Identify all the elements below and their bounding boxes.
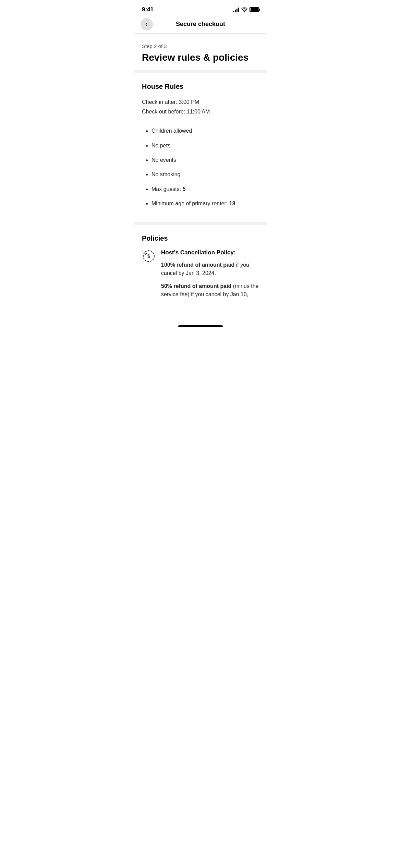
back-button[interactable]: ‹ [141,18,153,31]
partial-refund-label: 50% refund of amount paid [161,283,231,289]
signal-icon [233,7,239,12]
max-guests-value: 5 [183,186,186,192]
full-refund-detail: 100% refund of amount paid if you cancel… [161,261,259,277]
house-rules-section: House Rules Check in after: 3:00 PM Chec… [134,73,267,225]
list-item: No pets [151,138,259,153]
house-rules-heading: House Rules [142,83,259,91]
partial-refund-detail: 50% refund of amount paid (minus the ser… [161,282,259,300]
checkin-time: Check in after: 3:00 PM [142,97,259,107]
status-bar: 9:41 [134,0,267,17]
refund-icon: $ [142,250,155,263]
cancellation-icon: $ [142,249,156,263]
svg-text:$: $ [147,253,150,259]
status-time: 9:41 [142,6,154,13]
full-refund-label: 100% refund of amount paid [161,262,234,268]
list-item: Max guests: 5 [151,182,259,196]
home-bar [178,325,223,327]
list-item: Minimum age of primary renter: 18 [151,196,259,211]
step-section: Step 2 of 3 Review rules & policies [134,34,267,73]
checkout-time: Check out before: 11:00 AM [142,107,259,117]
cancellation-policy-content: Host's Cancellation Policy: 100% refund … [161,249,259,305]
rules-list: Children allowed No pets No events No sm… [142,124,259,211]
step-title: Review rules & policies [142,52,259,63]
home-indicator [134,323,267,331]
checkin-checkout-info: Check in after: 3:00 PM Check out before… [142,97,259,117]
wifi-icon [241,7,247,12]
page-title: Secure checkout [176,21,225,28]
nav-header: ‹ Secure checkout [134,17,267,34]
step-label: Step 2 of 3 [142,43,259,49]
min-age-value: 18 [229,201,235,206]
battery-icon [250,7,259,12]
cancellation-policy-title: Host's Cancellation Policy: [161,249,259,256]
list-item: Children allowed [151,124,259,138]
status-icons [233,7,259,12]
policies-section: Policies $ Host's Cancellation Policy: 1… [134,225,267,323]
cancellation-policy-item: $ Host's Cancellation Policy: 100% refun… [142,249,259,305]
list-item: No smoking [151,167,259,182]
list-item: No events [151,153,259,167]
back-chevron-icon: ‹ [145,21,147,28]
policies-heading: Policies [142,234,259,242]
